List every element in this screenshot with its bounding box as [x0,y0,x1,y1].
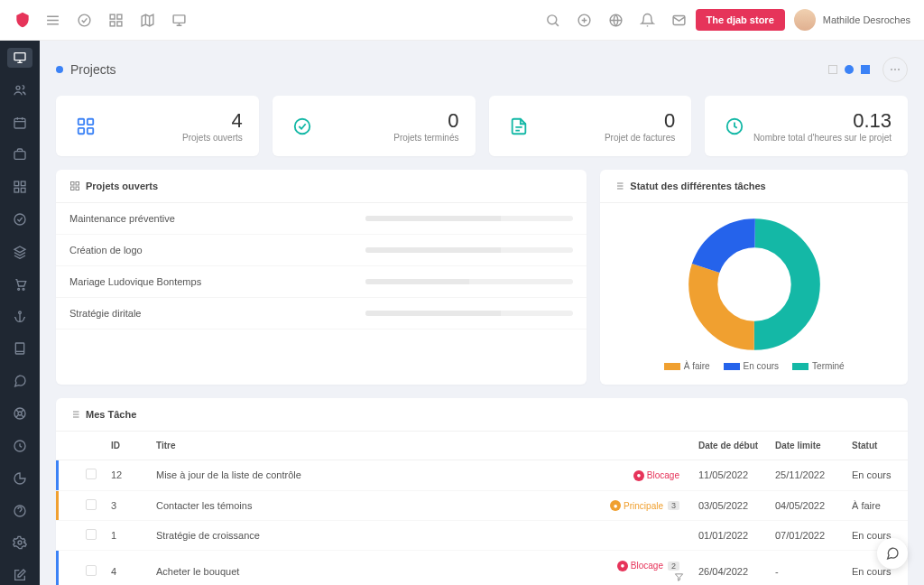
svg-point-21 [19,311,22,314]
task-row[interactable]: 3Contacter les témoins●Principale303/05/… [56,490,908,521]
nav-layers[interactable] [7,242,32,262]
user-name: Mathilde Desroches [823,14,910,25]
nav-briefcase[interactable] [7,144,32,164]
store-button[interactable]: The djab store [696,9,785,31]
bell-icon[interactable] [640,13,655,28]
stat-value: 4 [182,109,243,133]
svg-rect-22 [15,343,23,354]
checkbox[interactable] [86,565,97,576]
svg-point-18 [14,214,25,225]
task-title: Contacter les témoins [149,490,598,521]
task-start: 11/05/2022 [691,460,768,491]
task-start: 26/04/2022 [691,551,768,586]
legend-item: Terminé [792,361,845,371]
task-title: Stratégie de croissance [149,521,598,551]
chat-fab[interactable] [877,538,908,569]
stat-label: Projets terminés [393,133,458,143]
priority-tag: ●Blocage [629,469,684,482]
svg-point-19 [18,288,20,290]
project-row[interactable]: Maintenance préventive [56,203,587,235]
svg-rect-5 [173,14,185,22]
nav-book[interactable] [7,339,32,358]
view-square[interactable] [861,65,870,74]
mail-icon[interactable] [671,13,687,28]
task-title: Acheter le bouquet [149,551,598,586]
nav-anchor[interactable] [7,307,32,327]
project-name: Création de logo [69,245,365,255]
checkbox[interactable] [86,469,97,479]
checkmark-icon[interactable] [77,13,92,28]
task-start: 03/05/2022 [691,490,768,521]
svg-rect-3 [110,21,115,25]
nav-clock[interactable] [7,469,32,488]
nav-logout[interactable] [7,436,32,456]
task-row[interactable]: 12Mise à jour de la liste de contrôle●Bl… [56,460,908,491]
tasks-table: ID Titre Date de début Date limite Statu… [56,432,908,585]
task-due: 07/01/2022 [768,521,845,551]
nav-apps[interactable] [7,177,32,197]
nav-calendar[interactable] [7,113,32,133]
stat-label: Projet de factures [605,133,675,143]
svg-rect-34 [71,182,75,186]
list-icon [614,181,624,191]
grid-icon [69,181,80,191]
main-content: Projects ⋯ 4Projets ouverts 0Projets ter… [40,41,924,585]
project-row[interactable]: Stratégie diritale [56,298,587,330]
tasks-card: Mes Tâche ID Titre Date de début Date li… [56,398,908,585]
search-icon[interactable] [545,13,560,28]
stat-hours: 0.13Nombre total d'heures sur le projet [705,96,908,156]
col-due[interactable]: Date limite [768,432,845,460]
checkbox[interactable] [86,499,97,510]
col-status[interactable]: Statut [845,432,908,460]
plus-circle-icon[interactable] [577,13,592,28]
project-name: Stratégie diritale [69,308,365,319]
nav-check[interactable] [7,209,32,229]
nav-dashboard[interactable] [7,48,32,68]
nav-users[interactable] [7,80,32,100]
task-status: À faire [845,490,908,521]
nav-support[interactable] [7,404,32,423]
user-menu[interactable]: Mathilde Desroches [794,9,910,31]
svg-rect-14 [14,181,19,186]
stat-value: 0.13 [753,109,892,133]
stat-value: 0 [393,109,458,133]
nav-chat[interactable] [7,371,32,391]
col-title[interactable]: Titre [149,432,598,460]
priority-tag: ●Blocage2 [613,560,684,572]
nav-cart[interactable] [7,274,32,294]
svg-rect-13 [14,152,25,160]
svg-rect-29 [88,118,93,124]
col-id[interactable]: ID [104,432,149,460]
grid-icon[interactable] [108,13,124,28]
progress-bar [365,311,573,316]
view-controls: ⋯ [828,57,908,82]
checkbox[interactable] [86,529,97,540]
topbar-left-icons [45,13,187,28]
task-title: Mise à jour de la liste de contrôle [149,460,598,491]
task-row[interactable]: 1Stratégie de croissance01/01/202207/01/… [56,521,908,551]
page-header: Projects ⋯ [56,57,908,82]
project-row[interactable]: Création de logo [56,235,587,266]
menu-icon[interactable] [45,13,60,28]
progress-bar [365,279,573,284]
svg-rect-2 [117,14,122,19]
globe-icon[interactable] [608,13,624,28]
task-due: 04/05/2022 [768,490,845,521]
stat-label: Projets ouverts [182,133,243,143]
task-row[interactable]: 4Acheter le bouquet●Blocage226/04/2022-E… [56,551,908,586]
svg-rect-30 [79,127,84,133]
clock-icon [721,113,748,140]
monitor-icon[interactable] [171,13,187,28]
col-start[interactable]: Date de début [691,432,768,460]
page-indicator-dot [56,66,63,73]
avatar [794,9,816,31]
project-row[interactable]: Mariage Ludovique Bontemps [56,266,587,298]
nav-settings[interactable] [7,533,32,552]
more-button[interactable]: ⋯ [882,57,908,82]
view-circle[interactable] [845,65,854,74]
task-status: En cours [845,460,908,491]
nav-help[interactable] [7,501,32,521]
map-icon[interactable] [140,13,155,28]
view-outline[interactable] [828,65,837,74]
nav-edit[interactable] [7,565,32,585]
